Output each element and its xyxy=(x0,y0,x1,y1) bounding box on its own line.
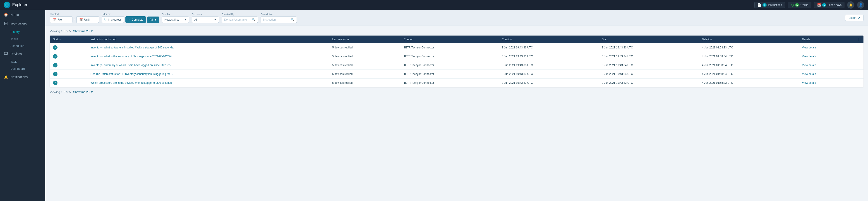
col-last-response: Last response xyxy=(329,36,401,43)
row-creator: 1ETR\TachyonConnector xyxy=(401,43,498,52)
bottom-viewing-row: Viewing 1-5 of 5 Show me 25 ▼ xyxy=(50,90,864,94)
row-last-response: 5 devices replied xyxy=(329,61,401,70)
row-last-response: 5 devices replied xyxy=(329,70,401,78)
lastdays-status-btn[interactable]: 📅 5 Last 7 days xyxy=(814,2,845,8)
from-label: From xyxy=(58,18,64,21)
export-icon: ↗ xyxy=(858,16,860,20)
home-icon: 🏠 xyxy=(4,13,8,17)
complete-toggle[interactable]: ✓ Complete xyxy=(125,16,146,23)
sidebar-item-history[interactable]: History xyxy=(0,28,45,35)
view-details-link[interactable]: View details xyxy=(802,55,816,58)
row-deletion: 4 Jun 2021 01:58:34 UTC xyxy=(699,52,799,61)
sidebar-item-home[interactable]: 🏠 Home xyxy=(0,10,45,20)
instructions-count-badge: 0 xyxy=(763,3,767,6)
instruction-link[interactable]: Which processors are in the device? With… xyxy=(91,81,173,85)
sidebar-item-devices[interactable]: Devices xyxy=(0,49,45,58)
complete-label: Complete xyxy=(132,18,143,21)
bottom-showme-label: Show me 25 xyxy=(73,90,89,94)
top-actions: 📄 0 Instructions ⏻ 5 Online 📅 5 Last 7 d… xyxy=(754,1,864,9)
consumer-label: Consumer xyxy=(192,13,219,15)
row-more[interactable]: ⋮ xyxy=(855,70,864,78)
status-check-icon: ✓ xyxy=(53,45,58,50)
description-search-icon: 🔍 xyxy=(291,18,294,21)
row-status: ✓ xyxy=(50,78,87,88)
online-label: Online xyxy=(801,3,808,6)
row-more[interactable]: ⋮ xyxy=(855,61,864,70)
export-label: Export xyxy=(848,16,857,20)
view-details-link[interactable]: View details xyxy=(802,81,816,85)
online-status-btn[interactable]: ⏻ 5 Online xyxy=(787,2,811,8)
status-check-icon: ✓ xyxy=(53,72,58,76)
instruction-link[interactable]: Inventory - what software is installed? … xyxy=(91,46,174,49)
row-creation: 3 Jun 2021 19:43:33 UTC xyxy=(498,78,598,88)
table-body: ✓ Inventory - what software is installed… xyxy=(50,43,864,87)
lastdays-count-badge: 5 xyxy=(822,3,826,6)
table-header-row: Status Instruction performed Last respon… xyxy=(50,36,864,43)
row-instruction: Inventory - summary of which users have … xyxy=(87,61,329,70)
row-more[interactable]: ⋮ xyxy=(855,78,864,88)
col-details: Details xyxy=(799,36,855,43)
createdby-group: Created By Domain\Username 🔍 xyxy=(222,13,258,23)
row-more[interactable]: ⋮ xyxy=(855,43,864,52)
instruction-link[interactable]: Returns Patch status for 1E Inventory co… xyxy=(91,72,173,76)
createdby-search[interactable]: Domain\Username 🔍 xyxy=(222,16,258,23)
createdby-search-icon: 🔍 xyxy=(252,18,255,21)
instructions-table: Status Instruction performed Last respon… xyxy=(50,36,864,87)
instruction-link[interactable]: Inventory - what is the summary of file … xyxy=(91,55,175,58)
history-label: History xyxy=(10,30,20,34)
filterby-label: Filter by xyxy=(102,13,159,15)
calendar-icon: 📅 xyxy=(817,3,821,7)
all-label: All xyxy=(150,18,153,21)
filter-bar: Created 📅 From - 📅 Until Filter by ↻ In … xyxy=(45,10,868,26)
instructions-label: Instructions xyxy=(10,22,27,26)
dashboard-label: Dashboard xyxy=(10,67,25,70)
description-group: Description Instruction 🔍 xyxy=(260,13,297,23)
inprogress-toggle[interactable]: ↻ In progress xyxy=(102,16,124,23)
instruction-link[interactable]: Inventory - summary of which users have … xyxy=(91,64,174,67)
showme-select-bottom[interactable]: Show me 25 ▼ xyxy=(73,90,93,94)
sortby-select[interactable]: Newest first ▼ xyxy=(162,16,189,23)
devices-label: Devices xyxy=(10,52,22,56)
table-label: Table xyxy=(10,60,18,63)
view-details-link[interactable]: View details xyxy=(802,72,816,76)
col-instruction: Instruction performed xyxy=(87,36,329,43)
row-more[interactable]: ⋮ xyxy=(855,52,864,61)
row-start: 3 Jun 2021 19:43:34 UTC xyxy=(598,61,699,70)
sidebar-item-scheduled[interactable]: Scheduled xyxy=(0,42,45,49)
row-deletion: 4 Jun 2021 01:58:33 UTC xyxy=(699,78,799,88)
document-icon: 📄 xyxy=(757,3,761,7)
showme-chevron-icon: ▼ xyxy=(90,29,93,33)
sidebar-item-tasks[interactable]: Tasks xyxy=(0,35,45,42)
until-date-btn[interactable]: 📅 Until xyxy=(76,16,99,23)
user-avatar[interactable]: 👤 xyxy=(857,1,864,9)
all-dropdown[interactable]: All ▼ xyxy=(147,16,159,23)
row-details: View details xyxy=(799,61,855,70)
export-button[interactable]: Export ↗ xyxy=(845,15,864,21)
consumer-select[interactable]: All ▼ xyxy=(192,16,219,23)
tasks-label: Tasks xyxy=(10,37,18,40)
row-last-response: 5 devices replied xyxy=(329,43,401,52)
instructions-status-btn[interactable]: 📄 0 Instructions xyxy=(754,2,785,8)
view-details-link[interactable]: View details xyxy=(802,64,816,67)
bottom-showme-chevron-icon: ▼ xyxy=(90,90,93,94)
sortby-value: Newest first xyxy=(164,18,179,21)
sidebar-item-table[interactable]: Table xyxy=(0,58,45,65)
view-details-link[interactable]: View details xyxy=(802,46,816,49)
sidebar-item-instructions[interactable]: Instructions xyxy=(0,20,45,28)
showme-select-top[interactable]: Show me 25 ▼ xyxy=(73,29,93,33)
row-start: 3 Jun 2021 19:43:34 UTC xyxy=(598,52,699,61)
row-details: View details xyxy=(799,70,855,78)
from-date-btn[interactable]: 📅 From xyxy=(50,16,72,23)
notifications-avatar[interactable]: 🔔 xyxy=(847,1,855,9)
row-instruction: Inventory - what software is installed? … xyxy=(87,43,329,52)
sidebar-item-dashboard[interactable]: Dashboard xyxy=(0,65,45,72)
createdby-label: Created By xyxy=(222,13,258,15)
description-search[interactable]: Instruction 🔍 xyxy=(260,16,297,23)
consumer-value: All xyxy=(194,18,197,21)
sidebar-item-notifications[interactable]: 🔔 Notifications xyxy=(0,72,45,82)
showme-label: Show me 25 xyxy=(73,29,89,33)
row-last-response: 5 devices replied xyxy=(329,52,401,61)
row-creation: 3 Jun 2021 19:43:33 UTC xyxy=(498,61,598,70)
col-creator: Creator xyxy=(401,36,498,43)
col-creation: Creation xyxy=(498,36,598,43)
